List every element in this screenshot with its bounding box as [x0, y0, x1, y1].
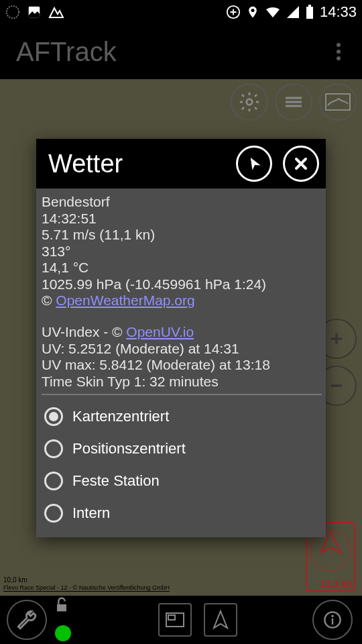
lock-open-icon: [52, 596, 71, 614]
svg-point-3: [251, 9, 254, 12]
uv-max: UV max: 5.8412 (Moderate) at 13:18: [42, 357, 322, 374]
dialog-locate-button[interactable]: [236, 146, 272, 182]
navigate-button[interactable]: [204, 603, 237, 637]
svg-rect-4: [306, 7, 313, 19]
weather-dialog: Wetter Bendestorf 14:32:51 5.71 m/s (11,…: [36, 139, 326, 537]
svg-rect-12: [57, 604, 66, 612]
option-label: Intern: [72, 504, 110, 522]
weather-wind: 5.71 m/s (11,1 kn): [42, 227, 322, 244]
option-fixed-station[interactable]: Feste Station: [42, 465, 322, 497]
radio-icon: [44, 472, 63, 490]
picture-icon: [27, 5, 42, 19]
status-left: [5, 5, 64, 19]
option-label: Positionszentriert: [72, 440, 186, 458]
radio-icon: [44, 407, 63, 426]
speed-readout: 11,1 kn: [321, 578, 353, 589]
openweathermap-link[interactable]: OpenWeatherMap.org: [56, 292, 194, 308]
map-background: 14:33 AFTrack 11,1 kn 10,0 km Flevo Race: [0, 0, 362, 644]
option-label: Feste Station: [72, 472, 160, 490]
uv-current: UV: 5.2512 (Moderate) at 14:31: [42, 341, 322, 358]
weather-temp: 14,1 °C: [42, 260, 322, 276]
dialog-close-button[interactable]: [283, 146, 319, 182]
dialog-title: Wetter: [48, 150, 123, 178]
weather-attribution: © OpenWeatherMap.org: [42, 292, 322, 309]
recording-indicator-icon: [55, 625, 71, 641]
uv-attribution: UV-Index - © OpenUV.io: [42, 324, 322, 341]
overflow-menu-button[interactable]: [331, 38, 346, 66]
dialog-body: Bendestorf 14:32:51 5.71 m/s (11,1 kn) 3…: [36, 189, 326, 537]
svg-rect-5: [308, 5, 311, 7]
app-bar: AFTrack: [0, 24, 362, 79]
map-tool-row: [231, 83, 357, 121]
status-right: 14:33: [226, 3, 357, 21]
map-attribution: Flevo Race Special - 12 - © Nautische Ve…: [3, 584, 170, 592]
settings-button[interactable]: [231, 83, 268, 121]
divider: [42, 394, 322, 395]
location-icon: [246, 5, 259, 19]
map-source-button[interactable]: [319, 83, 357, 121]
svg-point-0: [7, 6, 19, 18]
screen-button[interactable]: [158, 603, 192, 637]
svg-point-6: [247, 99, 253, 105]
layers-menu-button[interactable]: [275, 83, 312, 121]
svg-rect-17: [332, 619, 333, 625]
mountain-icon: [48, 5, 64, 19]
weather-bearing: 313°: [42, 244, 322, 260]
app-title: AFTrack: [16, 37, 117, 67]
info-button[interactable]: [312, 600, 353, 640]
bottom-nav: [0, 596, 362, 644]
dialog-header: Wetter: [36, 139, 326, 189]
app-indicator-icon: [5, 5, 20, 19]
status-clock: 14:33: [320, 3, 357, 21]
add-circle-icon: [226, 5, 241, 19]
option-internal[interactable]: Intern: [42, 497, 322, 529]
svg-point-16: [331, 614, 334, 617]
battery-icon: [305, 5, 314, 19]
radio-icon: [44, 439, 63, 458]
scale-bar: 10,0 km: [3, 576, 27, 584]
signal-icon: [286, 5, 300, 19]
option-position-centered[interactable]: Positionszentriert: [42, 433, 322, 465]
tools-button[interactable]: [7, 600, 47, 640]
weather-pressure: 1025.99 hPa (-10.459961 hPa 1:24): [42, 276, 322, 293]
wifi-icon: [265, 5, 281, 19]
radio-icon: [44, 504, 63, 523]
svg-rect-14: [168, 615, 175, 620]
option-label: Kartenzentriert: [72, 408, 169, 425]
weather-location: Bendestorf: [42, 194, 322, 211]
weather-time: 14:32:51: [42, 211, 322, 227]
uv-skin-time: Time Skin Typ 1: 32 minutes: [42, 374, 322, 390]
openuv-link[interactable]: OpenUV.io: [126, 324, 194, 339]
option-map-centered[interactable]: Kartenzentriert: [42, 400, 322, 433]
status-bar: 14:33: [0, 0, 362, 24]
